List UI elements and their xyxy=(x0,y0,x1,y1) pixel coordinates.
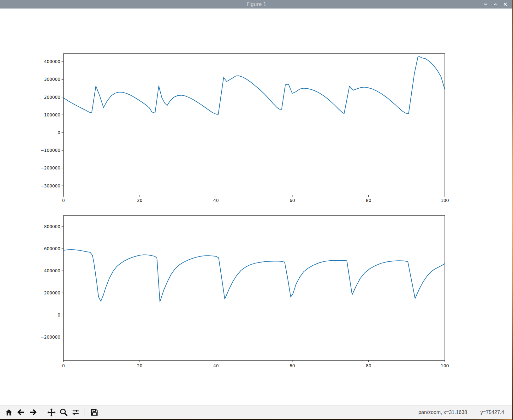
home-button[interactable] xyxy=(3,407,14,418)
figure-canvas[interactable]: 4000003000002000001000000−100000−200000−… xyxy=(0,9,512,405)
axes-frame xyxy=(63,54,445,195)
x-tick-label: 20 xyxy=(137,363,142,368)
x-tick-label: 60 xyxy=(289,363,295,368)
y-tick-label: 400000 xyxy=(44,268,60,273)
x-tick-label: 100 xyxy=(441,363,449,368)
zoom-magnifier-icon xyxy=(59,408,68,417)
navigation-toolbar: pan/zoom, x=31.1638 y=75427.4 xyxy=(0,405,512,419)
back-button[interactable] xyxy=(15,407,26,418)
status-readout: pan/zoom, x=31.1638 y=75427.4 xyxy=(418,405,504,419)
titlebar[interactable]: Figure 1 xyxy=(0,0,513,9)
y-tick-label: 0 xyxy=(57,312,60,317)
x-tick-label: 40 xyxy=(213,198,219,203)
x-tick-label: 20 xyxy=(137,198,142,203)
minimize-button[interactable] xyxy=(482,1,489,8)
x-tick-label: 0 xyxy=(62,198,65,203)
chevron-down-icon xyxy=(483,2,488,7)
axes-frame xyxy=(63,216,445,360)
x-tick-label: 40 xyxy=(213,363,219,368)
window-title: Figure 1 xyxy=(247,2,266,7)
y-tick-label: 600000 xyxy=(44,246,60,251)
forward-arrow-icon xyxy=(29,408,37,417)
window-right-accent-border xyxy=(512,0,513,420)
top-subplot[interactable]: 4000003000002000001000000−100000−200000−… xyxy=(63,54,445,195)
y-tick-label: 200000 xyxy=(44,95,60,100)
line-series xyxy=(63,250,445,302)
y-tick-label: 200000 xyxy=(44,290,60,295)
y-tick-label: −100000 xyxy=(40,148,60,153)
line-series xyxy=(63,56,445,114)
x-tick-label: 100 xyxy=(441,198,449,203)
maximize-button[interactable] xyxy=(492,1,499,8)
bottom-subplot[interactable]: 8000006000004000002000000−20000002040608… xyxy=(63,216,445,360)
home-icon xyxy=(5,408,13,417)
y-tick-label: 0 xyxy=(57,130,60,135)
y-tick-label: −200000 xyxy=(40,165,60,170)
back-arrow-icon xyxy=(17,408,25,417)
y-tick-label: 300000 xyxy=(44,77,60,82)
x-tick-label: 80 xyxy=(366,198,371,203)
close-icon xyxy=(503,2,508,7)
zoom-rect-button[interactable] xyxy=(58,407,69,418)
x-tick-label: 0 xyxy=(62,363,65,368)
pan-button[interactable] xyxy=(46,407,57,418)
status-mode-x: pan/zoom, x=31.1638 xyxy=(418,410,467,415)
y-tick-label: 800000 xyxy=(44,224,60,229)
configure-subplots-button[interactable] xyxy=(70,407,81,418)
status-y: y=75427.4 xyxy=(480,410,504,415)
y-tick-label: 100000 xyxy=(44,112,60,117)
titlebar-controls xyxy=(482,0,509,9)
toolbar-separator xyxy=(42,408,42,417)
save-button[interactable] xyxy=(89,407,99,418)
save-floppy-icon xyxy=(90,408,98,417)
forward-button[interactable] xyxy=(27,407,38,418)
close-button[interactable] xyxy=(502,1,509,8)
x-tick-label: 60 xyxy=(289,198,295,203)
pan-move-icon xyxy=(47,408,56,417)
chevron-up-icon xyxy=(493,2,498,7)
y-tick-label: −300000 xyxy=(40,183,60,188)
subplot-sliders-icon xyxy=(71,408,80,417)
y-tick-label: 400000 xyxy=(44,59,60,64)
figure-window: Figure 1 4000003000002000001000000−10000… xyxy=(0,0,513,420)
y-tick-label: −200000 xyxy=(40,334,60,340)
toolbar-separator xyxy=(85,408,85,417)
x-tick-label: 80 xyxy=(366,363,371,368)
